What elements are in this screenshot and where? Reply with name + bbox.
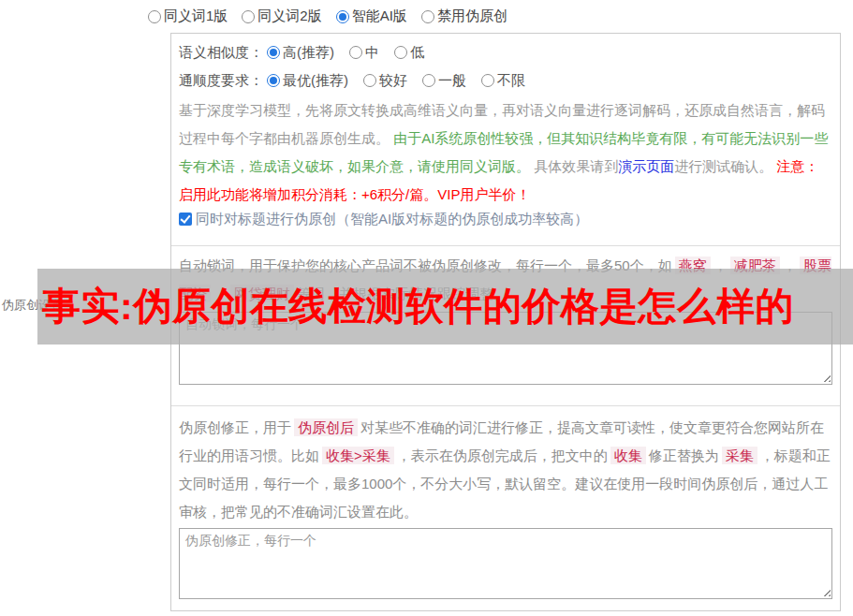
radio-label: 不限 [497,72,525,90]
radio-label: 同义词1版 [164,7,228,25]
radio-label: 高(推荐) [283,44,334,62]
rewrite-correction-section: 伪原创修正，用于伪原创后对某些不准确的词汇进行修正，提高文章可读性，使文章更符合… [171,406,840,610]
semantic-similarity-row: 语义相似度： 高(推荐) 中 低 [179,45,832,60]
watermark-banner-text: 事实:伪原创在线检测软件的价格是怎么样的 [37,281,794,332]
tag-gather: 采集 [722,447,757,464]
radio-similarity-high[interactable]: 高(推荐) [267,44,334,62]
radio-icon[interactable] [422,74,435,87]
fluency-label: 通顺度要求： [179,72,263,90]
radio-fluency-good[interactable]: 较好 [363,72,407,90]
fix-desc-text: 伪原创修正，用于 [179,419,291,435]
radio-icon[interactable] [148,10,161,23]
tag-collect: 收集 [610,447,646,464]
radio-selected-icon[interactable] [267,46,280,59]
semantic-similarity-label: 语义相似度： [179,44,263,62]
version-radio-group: 同义词1版 同义词2版 智能AI版 禁用伪原创 [148,7,507,25]
radio-selected-icon[interactable] [267,74,280,87]
radio-icon[interactable] [481,74,494,87]
radio-similarity-low[interactable]: 低 [394,44,424,62]
fix-desc-text: 修正替换为 [649,447,719,463]
description-demo-suffix: 进行测试确认。 [674,158,776,174]
radio-icon[interactable] [363,74,376,87]
rewrite-title-checkbox-row[interactable]: 同时对标题进行伪原创（智能AI版对标题的伪原创成功率较高） [179,211,832,227]
watermark-banner: 事实:伪原创在线检测软件的价格是怎么样的 [37,269,853,345]
radio-synonym-v1[interactable]: 同义词1版 [148,7,228,25]
radio-similarity-medium[interactable]: 中 [349,44,379,62]
description-demo-prefix: 具体效果请到 [534,158,618,174]
radio-label: 较好 [379,72,407,90]
radio-fluency-unlimited[interactable]: 不限 [481,72,525,90]
radio-label: 最优(推荐) [283,72,348,90]
fix-desc-text: ，表示在伪原创完成后，把文中的 [397,447,608,463]
rewrite-title-checkbox-label: 同时对标题进行伪原创（智能AI版对标题的伪原创成功率较高） [196,211,588,228]
radio-icon[interactable] [394,46,407,59]
radio-disable-rewrite[interactable]: 禁用伪原创 [421,7,507,25]
demo-page-link[interactable]: 演示页面 [618,158,674,174]
radio-label: 低 [410,44,424,62]
radio-label: 禁用伪原创 [437,7,507,25]
radio-fluency-best[interactable]: 最优(推荐) [267,72,348,90]
tag-after-rewrite: 伪原创后 [294,418,358,436]
rewrite-correction-description: 伪原创修正，用于伪原创后对某些不准确的词汇进行修正，提高文章可读性，使文章更符合… [179,414,832,526]
radio-selected-icon[interactable] [336,10,349,23]
fluency-row: 通顺度要求： 最优(推荐) 较好 一般 不限 [179,73,832,88]
radio-smart-ai[interactable]: 智能AI版 [336,7,407,25]
radio-icon[interactable] [349,46,362,59]
checkbox-checked-icon[interactable] [179,213,192,226]
radio-icon[interactable] [242,10,255,23]
radio-label: 中 [365,44,379,62]
ai-options-section: 语义相似度： 高(推荐) 中 低 通顺度要求： 最优(推荐) 较好 [171,34,840,245]
tag-collect-to-gather: 收集>采集 [322,447,394,464]
rewrite-correction-textarea[interactable] [179,528,832,599]
radio-label: 智能AI版 [352,7,407,25]
radio-fluency-normal[interactable]: 一般 [422,72,466,90]
rewrite-correction-textarea-wrap [179,528,832,599]
radio-icon[interactable] [421,10,434,23]
ai-description-paragraph: 基于深度学习模型，先将原文转换成高维语义向量，再对语义向量进行逐词解码，还原成自… [179,96,832,209]
radio-synonym-v2[interactable]: 同义词2版 [242,7,321,25]
radio-label: 同义词2版 [257,7,321,25]
radio-label: 一般 [438,72,466,90]
